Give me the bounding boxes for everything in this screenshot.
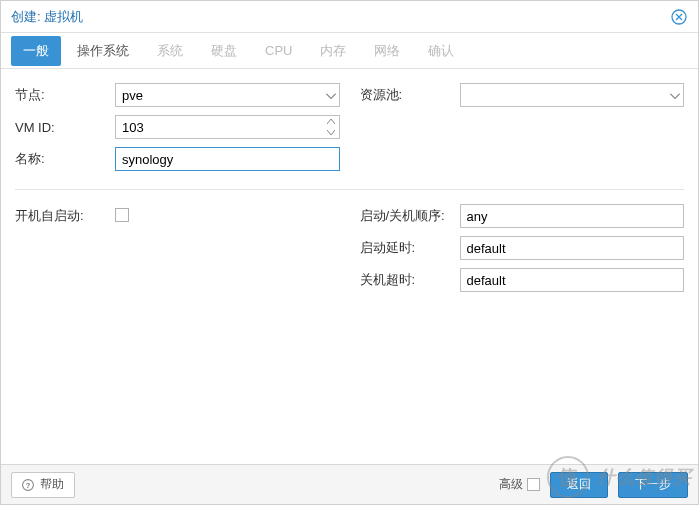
autostart-label: 开机自启动: xyxy=(15,207,115,225)
back-button[interactable]: 返回 xyxy=(550,472,608,498)
tab-network: 网络 xyxy=(362,36,412,66)
vmid-label: VM ID: xyxy=(15,120,115,135)
name-label: 名称: xyxy=(15,150,115,168)
dialog-footer: ? 帮助 高级 返回 下一步 xyxy=(1,464,698,504)
help-label: 帮助 xyxy=(40,476,64,493)
advanced-checkbox[interactable] xyxy=(527,478,540,491)
order-label: 启动/关机顺序: xyxy=(360,207,460,225)
dialog-header: 创建: 虚拟机 xyxy=(1,1,698,33)
node-select[interactable] xyxy=(115,83,340,107)
right-column: 资源池: xyxy=(360,83,685,179)
shutdown-input[interactable] xyxy=(460,268,685,292)
tab-memory: 内存 xyxy=(308,36,358,66)
left-column: 节点: VM ID: 名称: xyxy=(15,83,340,179)
pool-select[interactable] xyxy=(460,83,685,107)
order-input[interactable] xyxy=(460,204,685,228)
vmid-input[interactable] xyxy=(115,115,340,139)
dialog-body: 节点: VM ID: 名称: xyxy=(1,69,698,464)
advanced-label: 高级 xyxy=(499,476,523,493)
node-label: 节点: xyxy=(15,86,115,104)
next-button[interactable]: 下一步 xyxy=(618,472,688,498)
autostart-checkbox[interactable] xyxy=(115,208,129,222)
tab-bar: 一般 操作系统 系统 硬盘 CPU 内存 网络 确认 xyxy=(1,33,698,69)
divider xyxy=(15,189,684,190)
tab-cpu: CPU xyxy=(253,37,304,64)
help-button[interactable]: ? 帮助 xyxy=(11,472,75,498)
startdelay-label: 启动延时: xyxy=(360,239,460,257)
tab-disk: 硬盘 xyxy=(199,36,249,66)
pool-label: 资源池: xyxy=(360,86,460,104)
svg-text:?: ? xyxy=(26,481,31,490)
tab-general[interactable]: 一般 xyxy=(11,36,61,66)
tab-os[interactable]: 操作系统 xyxy=(65,36,141,66)
tab-confirm: 确认 xyxy=(416,36,466,66)
advanced-toggle[interactable]: 高级 xyxy=(499,476,540,493)
shutdown-label: 关机超时: xyxy=(360,271,460,289)
tab-system: 系统 xyxy=(145,36,195,66)
name-input[interactable] xyxy=(115,147,340,171)
startdelay-input[interactable] xyxy=(460,236,685,260)
help-icon: ? xyxy=(22,479,34,491)
close-icon[interactable] xyxy=(670,8,688,26)
dialog-title: 创建: 虚拟机 xyxy=(11,1,83,33)
